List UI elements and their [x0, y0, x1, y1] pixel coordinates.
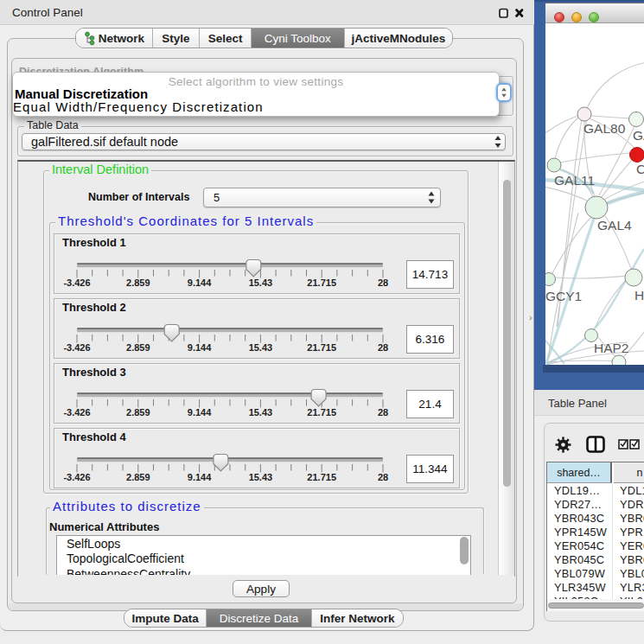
svg-text:GAL11: GAL11 [554, 173, 595, 188]
svg-text:GCY1: GCY1 [545, 289, 582, 303]
svg-text:H: H [634, 288, 644, 303]
svg-text:GAL80: GAL80 [583, 121, 626, 136]
svg-text:GA: GA [633, 128, 644, 143]
svg-text:C: C [636, 162, 644, 176]
svg-text:HAP2: HAP2 [594, 341, 629, 355]
svg-text:GAL4: GAL4 [597, 218, 632, 233]
